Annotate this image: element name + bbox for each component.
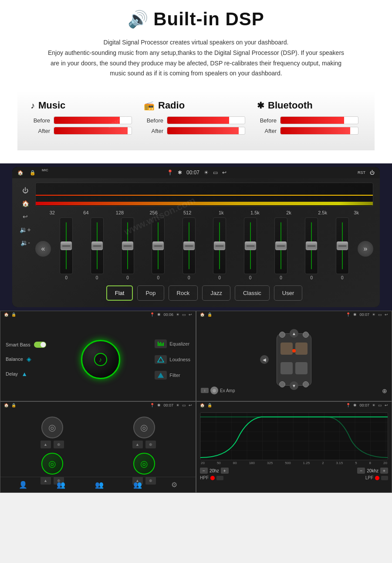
fader-handle-3k[interactable] <box>337 241 348 250</box>
lpf-section: − 20khz + <box>357 468 388 474</box>
speaker-bl[interactable] <box>279 381 285 387</box>
speaker-tl[interactable] <box>279 332 285 338</box>
vol-down-icon[interactable]: 🔉- <box>20 239 30 246</box>
balance-label: Balance <box>6 356 23 362</box>
sub1-time: 00:06 <box>163 312 173 317</box>
fader-handle-1-5k[interactable] <box>245 241 256 250</box>
battery-icon: ▭ <box>213 170 218 176</box>
lpf-toggle[interactable] <box>381 476 388 480</box>
fader-track-32[interactable] <box>60 217 73 274</box>
balance-icon: ◈ <box>27 356 31 363</box>
freq-label-2-5k: 2.5k <box>312 210 334 215</box>
sub4-home-icon: 🏠 <box>200 403 205 407</box>
bluetooth-before-bar <box>280 117 344 124</box>
sub3-back-icon: ↩ <box>189 403 192 407</box>
speaker-circle-fl[interactable]: ◎ <box>41 417 63 438</box>
svg-rect-1 <box>159 343 160 346</box>
bsi-4[interactable]: 👥 <box>133 481 142 489</box>
hpf-plus-btn[interactable]: + <box>221 468 229 474</box>
freq-label-256: 256 <box>143 210 165 215</box>
speaker-fl-icon2[interactable]: ⊕ <box>54 441 64 448</box>
seat-rear-left <box>280 362 293 374</box>
sub4-back-icon: ↩ <box>385 403 388 407</box>
bsi-1[interactable]: 👤 <box>19 481 27 489</box>
sub1-sun-icon: ☀ <box>176 312 179 317</box>
filter-freq-180: 180 <box>249 461 255 465</box>
power-sidebar-icon[interactable]: ⏻ <box>22 187 28 194</box>
fader-handle-512[interactable] <box>183 241 195 250</box>
speaker-circle-fr[interactable]: ◎ <box>133 417 155 438</box>
bt-icon: ✱ <box>178 170 182 176</box>
fader-handle-128[interactable] <box>122 241 133 250</box>
speaker-down-arrow[interactable]: ▼ <box>290 381 298 390</box>
target-icon: ⊕ <box>382 387 387 394</box>
sub1-back-icon: ↩ <box>189 312 192 317</box>
fader-handle-256[interactable] <box>152 241 164 250</box>
fader-3k: 0 <box>336 217 349 280</box>
music-after-label: After <box>30 128 50 134</box>
preset-jazz[interactable]: Jazz <box>202 285 230 301</box>
lpf-dot[interactable] <box>375 476 379 480</box>
vol-up-icon[interactable]: 🔉+ <box>20 226 30 233</box>
freq-label-1k: 1k <box>210 210 232 215</box>
filter-freq-125: 1.25 <box>303 461 310 465</box>
speaker-up-arrow[interactable]: ▲ <box>290 329 298 338</box>
sub2-time: 00:07 <box>359 312 369 317</box>
speaker-tr[interactable] <box>303 332 309 338</box>
speaker-fr-icon2[interactable]: ⊕ <box>145 441 156 448</box>
filter-freq-80: 80 <box>233 461 237 465</box>
speaker-br[interactable] <box>303 381 309 387</box>
balance-row: Balance ◈ <box>6 356 46 363</box>
fader-handle-1k[interactable] <box>214 241 225 250</box>
preset-user[interactable]: User <box>274 285 302 301</box>
fader-handle-2k[interactable] <box>275 241 287 250</box>
eq-top-right: RST ⏻ <box>358 170 375 175</box>
filter-freq-325: 325 <box>267 461 273 465</box>
speaker-fl-icon1[interactable]: ▲ <box>41 441 51 448</box>
radio-after-label: After <box>144 128 163 134</box>
svg-rect-2 <box>160 342 161 346</box>
bsi-2[interactable]: 👥 <box>57 481 65 489</box>
pin-icon: 📍 <box>167 170 173 176</box>
fader-handle-2-5k[interactable] <box>306 241 317 250</box>
smart-bass-toggle[interactable] <box>34 342 46 348</box>
eq-top-center: 📍 ✱ 00:07 ☀ ▭ ↩ <box>167 170 226 176</box>
fader-handle-64[interactable] <box>91 241 103 250</box>
bottom-screen-2: 🏠 🔒 📍 ✱ 00:07 ☀ ▭ ↩ <box>196 311 392 401</box>
dsp-compare-section: ♪ Music Before After <box>17 95 375 142</box>
speaker-circle-rl[interactable]: ◎ <box>41 453 63 475</box>
lpf-plus-btn[interactable]: + <box>380 468 388 474</box>
smart-bass-controls: Smart Bass Balance ◈ Delay ▲ <box>6 342 46 377</box>
loudness-row: Loudness <box>155 355 190 364</box>
eq-right-icon <box>155 339 167 348</box>
fader-handle-32[interactable] <box>61 241 72 250</box>
hpf-dot[interactable] <box>210 476 215 480</box>
hpf-toggle[interactable] <box>216 476 223 480</box>
speaker-circle-rr[interactable]: ◎ <box>133 453 155 475</box>
bsi-5[interactable]: ⚙ <box>171 481 177 489</box>
speaker-placement-panel: ◀ ▲ ▼ I ◎ Ex Amp ⊕ <box>196 318 392 401</box>
sub-topbar-1: 🏠 🔒 📍 ✱ 00:06 ☀ ▭ ↩ <box>0 311 196 318</box>
eq-prev-button[interactable]: « <box>35 241 51 257</box>
lpf-minus-btn[interactable]: − <box>357 468 365 474</box>
eq-next-button[interactable]: » <box>358 241 373 257</box>
speaker-fr-icon1[interactable]: ▲ <box>132 441 143 448</box>
preset-flat[interactable]: Flat <box>106 285 133 301</box>
svg-marker-5 <box>158 357 164 362</box>
preset-rock[interactable]: Rock <box>169 285 198 301</box>
bsi-3[interactable]: 👥 <box>95 481 104 489</box>
bluetooth-icon: ✱ <box>257 100 264 111</box>
eq-spectrum-bar <box>36 202 373 205</box>
speaker-left-arrow[interactable]: ◀ <box>260 355 269 364</box>
back-sidebar-icon[interactable]: ↩ <box>23 213 28 220</box>
preset-pop[interactable]: Pop <box>137 285 164 301</box>
preset-classic[interactable]: Classic <box>235 285 270 301</box>
mic-label: MIC <box>42 168 48 172</box>
freq-label-32: 32 <box>41 210 63 215</box>
sub2-bt-icon: ✱ <box>353 312 357 317</box>
filter-label: Filter <box>169 373 180 378</box>
hpf-minus-btn[interactable]: − <box>200 468 208 474</box>
home-sidebar-icon[interactable]: 🏠 <box>22 200 29 207</box>
radio-before-label: Before <box>144 117 163 124</box>
speaker-dot-center <box>292 349 296 353</box>
